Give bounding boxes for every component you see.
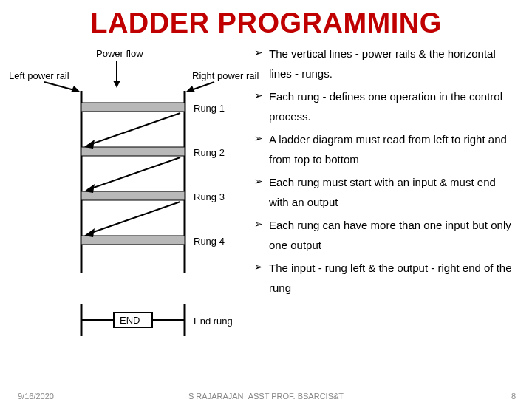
svg-rect-10 xyxy=(81,191,185,200)
list-item: Each rung can have more than one input b… xyxy=(254,215,516,255)
rung3-label: Rung 3 xyxy=(194,191,225,202)
page-title: LADDER PROGRAMMING xyxy=(0,7,532,39)
svg-marker-13 xyxy=(84,140,95,149)
svg-marker-1 xyxy=(113,81,120,88)
content-row: Power flow Left power rail Right power r… xyxy=(0,44,532,354)
svg-line-16 xyxy=(87,202,180,234)
rung4-label: Rung 4 xyxy=(194,236,225,247)
svg-rect-9 xyxy=(81,147,185,156)
end-box-label: END xyxy=(120,315,140,326)
rung1-label: Rung 1 xyxy=(194,103,225,114)
list-item: Each rung must start with an input & mus… xyxy=(254,172,516,212)
list-item: The input - rung left & the output - rig… xyxy=(254,258,516,298)
svg-line-2 xyxy=(44,82,77,91)
svg-marker-17 xyxy=(84,228,95,237)
power-flow-label: Power flow xyxy=(96,48,143,59)
end-rung-label: End rung xyxy=(194,316,233,327)
svg-line-12 xyxy=(87,113,180,146)
ladder-svg: Power flow Left power rail Right power r… xyxy=(7,44,259,354)
svg-marker-15 xyxy=(84,184,95,193)
footer-author: S RAJARAJAN_ASST PROF, BSARCIS&T xyxy=(0,392,532,399)
svg-rect-11 xyxy=(81,236,185,245)
left-rail-label: Left power rail xyxy=(9,70,69,81)
svg-rect-8 xyxy=(81,103,185,112)
footer-page-number: 8 xyxy=(511,392,516,399)
ladder-diagram: Power flow Left power rail Right power r… xyxy=(0,44,251,354)
right-rail-label: Right power rail xyxy=(192,70,259,81)
svg-line-14 xyxy=(87,157,180,190)
rung2-label: Rung 2 xyxy=(194,147,225,158)
list-item: Each rung - defines one operation in the… xyxy=(254,86,516,126)
list-item: A ladder diagram must read from left to … xyxy=(254,129,516,169)
list-item: The vertical lines - power rails & the h… xyxy=(254,44,516,83)
bullet-list: The vertical lines - power rails & the h… xyxy=(251,44,525,354)
